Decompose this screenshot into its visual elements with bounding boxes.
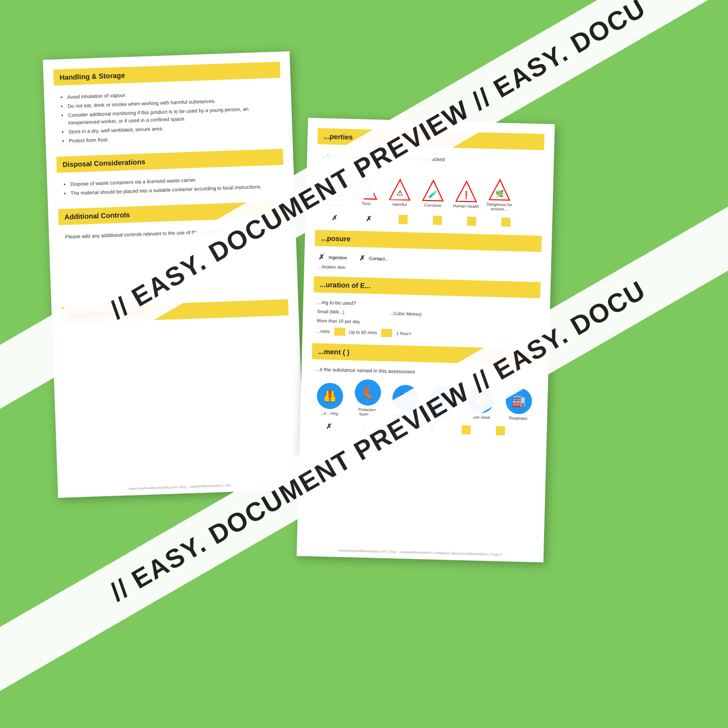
- hazard-human-health: ❗ Human Health: [451, 180, 482, 209]
- svg-text:⚠: ⚠: [396, 188, 403, 197]
- exposure-header: ...posure: [315, 230, 542, 252]
- duration-header: ...uration of E...: [313, 276, 541, 298]
- handling-section: Handling & Storage Avoid inhalation of v…: [53, 61, 283, 150]
- duration-section: ...uration of E... ...ing to be used? Sm…: [312, 276, 541, 343]
- hazard-corrosive: 🧪 Corrosive: [418, 179, 448, 208]
- disposal-section: Disposal Considerations Dispose of waste…: [56, 149, 285, 202]
- svg-text:🌿: 🌿: [495, 189, 504, 198]
- exposure-section: ...posure ✗ Ingestion ✗ Contact... ...br…: [314, 230, 542, 276]
- handling-header: Handling & Storage: [53, 61, 281, 86]
- handling-body: Avoid inhalation of vapour. Do not eat, …: [54, 83, 283, 150]
- doc-right-footer: www.easyhealthandsafety.com | Etsy : eas…: [297, 547, 544, 557]
- hazard-environment: 🌿 Dangerous for environ...: [484, 178, 515, 212]
- ppe-partial-left: 🦺 ...e ...ning: [312, 382, 347, 416]
- svg-text:🧪: 🧪: [428, 189, 438, 198]
- disposal-header: Disposal Considerations: [56, 149, 284, 173]
- svg-text:❗: ❗: [461, 190, 471, 199]
- disposal-body: Dispose of waste containers via a licens…: [57, 170, 284, 202]
